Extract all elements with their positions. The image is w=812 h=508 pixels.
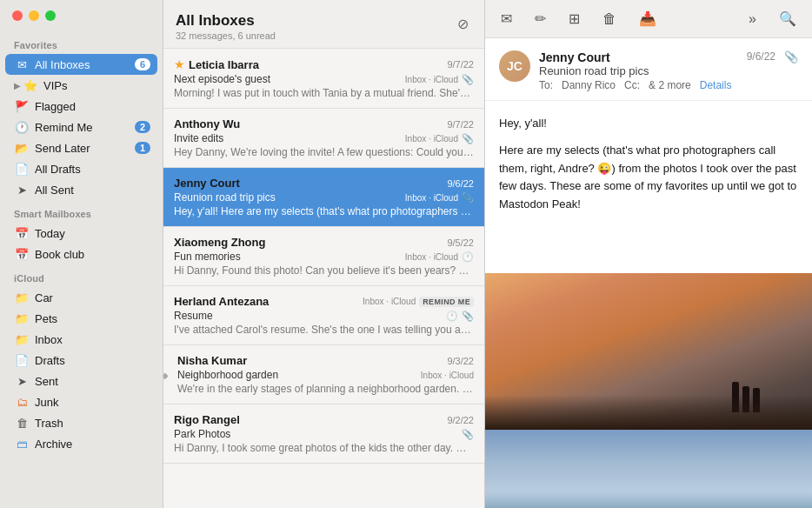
detail-header: JC Jenny Court 9/6/22 📎 Reunion road tri…: [485, 38, 812, 101]
email-list-items: ★ Leticia Ibarra 9/7/22 Next episode's g…: [163, 49, 484, 508]
email-list-header: All Inboxes 32 messages, 6 unread ⊘: [163, 0, 484, 49]
folder-icon: 📂: [14, 140, 30, 156]
sidebar-item-label: All Inboxes: [35, 58, 131, 71]
flag-icon: 🚩: [14, 98, 30, 114]
icloud-section-label: iCloud: [0, 264, 163, 287]
email-preview: I've attached Carol's resume. She's the …: [174, 324, 474, 336]
email-date: 9/5/22: [447, 237, 474, 248]
calendar-icon: 📅: [14, 246, 30, 262]
email-folder: Inbox · iCloud: [405, 193, 458, 203]
email-item[interactable]: Xiaomeng Zhong 9/5/22 Fun memories Inbox…: [163, 227, 484, 286]
sidebar-item-icloud-sent[interactable]: ➤ Sent: [5, 371, 157, 391]
sidebar-item-all-inboxes[interactable]: ✉ All Inboxes 6: [5, 54, 157, 75]
sidebar-item-label: Inbox: [35, 333, 150, 346]
email-date: 9/3/22: [447, 356, 474, 366]
remind-badge: Remind Me: [419, 297, 474, 307]
email-folder: Inbox · iCloud: [363, 297, 416, 306]
to-name: Danny Rico: [562, 79, 616, 91]
email-subject: Resume: [174, 310, 443, 322]
delete-toolbar-icon[interactable]: 🗑: [599, 8, 620, 30]
archive-toolbar-icon[interactable]: ⊞: [565, 7, 583, 30]
email-item[interactable]: Jenny Court 9/6/22 Reunion road trip pic…: [163, 168, 484, 227]
maximize-button[interactable]: [45, 10, 56, 21]
email-item[interactable]: Anthony Wu 9/7/22 Invite edits Inbox · i…: [163, 109, 484, 168]
flag-small-icon: ◆: [163, 370, 169, 379]
email-sender: Anthony Wu: [174, 117, 440, 130]
sidebar-item-junk[interactable]: 🗂 Junk: [5, 391, 157, 412]
email-preview: Hey, y'all! Here are my selects (that's …: [174, 205, 474, 217]
folder-blue-icon: 📁: [14, 331, 30, 347]
sidebar-item-send-later[interactable]: 📂 Send Later 1: [5, 137, 157, 158]
sidebar-item-pets[interactable]: 📁 Pets: [5, 308, 157, 329]
sidebar-item-today[interactable]: 📅 Today: [5, 223, 157, 244]
sidebar-item-icloud-inbox[interactable]: 📁 Inbox: [5, 329, 157, 350]
minimize-button[interactable]: [29, 10, 39, 21]
detail-to-row: To: Danny Rico Cc: & 2 more Details: [539, 79, 798, 91]
sidebar-item-all-sent[interactable]: ➤ All Sent: [5, 179, 157, 200]
doc-icon: 📄: [14, 161, 30, 177]
sidebar-item-label: Sent: [35, 375, 150, 388]
sidebar-item-archive[interactable]: 🗃 Archive: [5, 433, 157, 454]
detail-photo-1: [485, 273, 812, 430]
doc-icon: 📄: [14, 352, 30, 368]
sidebar-badge-remind-me: 2: [135, 121, 150, 133]
email-list-subtitle: 32 messages, 6 unread: [176, 30, 276, 41]
sidebar-item-label: Archive: [35, 438, 150, 451]
filter-icon[interactable]: ⊘: [454, 12, 472, 36]
sidebar-item-vips[interactable]: ▶ ⭐ VIPs: [5, 75, 157, 96]
email-folder: Inbox · iCloud: [421, 371, 474, 380]
email-sender: Xiaomeng Zhong: [174, 236, 440, 249]
details-link[interactable]: Details: [700, 79, 732, 91]
trash-icon: 🗑: [14, 415, 30, 431]
compose-icon[interactable]: ✏: [531, 7, 549, 30]
envelope-toolbar-icon[interactable]: ✉: [497, 7, 516, 30]
detail-image-container: [485, 273, 812, 508]
email-item[interactable]: Rigo Rangel 9/2/22 Park Photos 📎 Hi Dann…: [163, 404, 484, 464]
close-button[interactable]: [12, 10, 23, 21]
email-preview: We're in the early stages of planning a …: [177, 383, 474, 395]
sidebar-item-label: Remind Me: [35, 121, 131, 134]
email-list-panel: All Inboxes 32 messages, 6 unread ⊘ ★ Le…: [163, 0, 485, 508]
archive-icon: 🗃: [14, 436, 30, 451]
sidebar-item-car[interactable]: 📁 Car: [5, 287, 157, 308]
sidebar-item-label: Flagged: [35, 100, 150, 113]
sidebar-badge-send-later: 1: [135, 142, 150, 154]
sidebar: Favorites ✉ All Inboxes 6 ▶ ⭐ VIPs 🚩 Fla…: [0, 0, 163, 508]
attachment-icon: 📎: [462, 429, 474, 440]
sidebar-item-trash[interactable]: 🗑 Trash: [5, 412, 157, 433]
sidebar-item-label: Book club: [35, 248, 150, 261]
email-item[interactable]: ◆ Nisha Kumar 9/3/22 Neighborhood garden…: [163, 345, 484, 404]
attachment-icon: 📎: [462, 311, 474, 322]
search-toolbar-icon[interactable]: 🔍: [775, 7, 800, 30]
detail-body-p2: Here are my selects (that's what pro pho…: [499, 142, 798, 214]
email-subject: Reunion road trip pics: [174, 191, 400, 204]
detail-photo-2: [485, 430, 812, 508]
detail-sender-name: Jenny Court: [539, 50, 610, 64]
sidebar-item-label: Pets: [35, 312, 150, 325]
sidebar-item-remind-me[interactable]: 🕐 Remind Me 2: [5, 117, 157, 137]
sidebar-item-all-drafts[interactable]: 📄 All Drafts: [5, 158, 157, 179]
email-preview: Morning! I was put in touch with Tania b…: [174, 87, 474, 99]
email-sender: Rigo Rangel: [174, 413, 440, 426]
sidebar-item-icloud-drafts[interactable]: 📄 Drafts: [5, 350, 157, 371]
chevron-icon: ▶: [14, 81, 21, 90]
clock-icon: 🕐: [14, 119, 30, 135]
email-item[interactable]: ★ Leticia Ibarra 9/7/22 Next episode's g…: [163, 49, 484, 109]
sidebar-item-flagged[interactable]: 🚩 Flagged: [5, 96, 157, 117]
email-sender: Herland Antezana: [174, 295, 357, 308]
email-sender: Jenny Court: [174, 177, 440, 190]
sidebar-item-label: Send Later: [35, 142, 131, 155]
sidebar-item-label: All Drafts: [35, 163, 150, 176]
detail-toolbar: ✉ ✏ ⊞ 🗑 📥 » 🔍: [485, 0, 812, 38]
move-toolbar-icon[interactable]: 📥: [636, 7, 660, 30]
email-subject: Fun memories: [174, 251, 400, 263]
detail-attachment-icon: 📎: [784, 50, 798, 64]
cc-label: Cc:: [624, 79, 640, 91]
sidebar-badge-all-inboxes: 6: [135, 58, 150, 70]
email-item[interactable]: Herland Antezana Inbox · iCloud Remind M…: [163, 286, 484, 345]
more-toolbar-icon[interactable]: »: [745, 8, 760, 30]
email-subject: Next episode's guest: [174, 73, 400, 85]
attachment-icon: 📎: [462, 74, 474, 85]
window-controls: [12, 10, 56, 21]
sidebar-item-book-club[interactable]: 📅 Book club: [5, 244, 157, 264]
